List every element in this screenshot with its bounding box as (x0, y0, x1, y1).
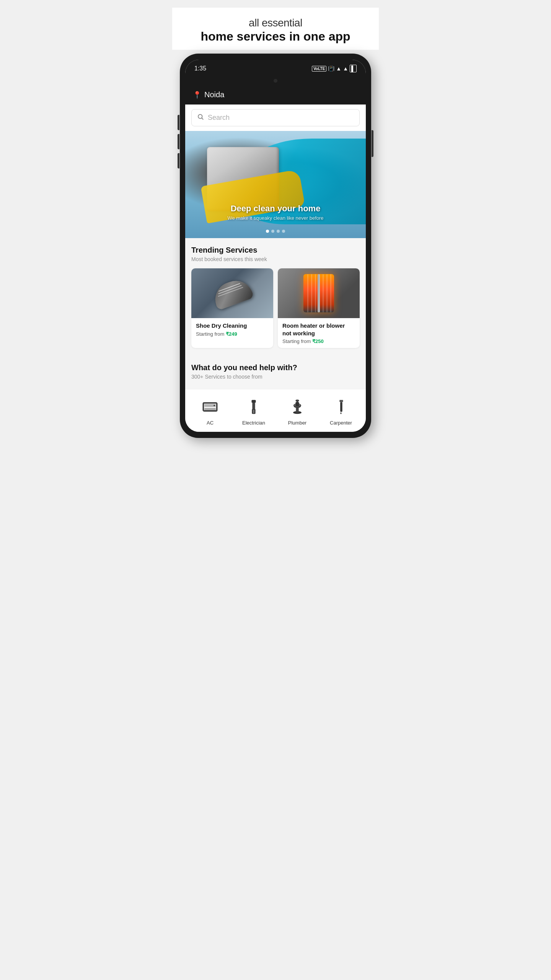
heater-price: Starting from ₹250 (282, 338, 355, 344)
battery-icon: ▌ (350, 65, 357, 72)
search-placeholder: Search (208, 114, 230, 122)
status-bar: 1:35 VoLTE 📳 ▲ ▲ ▌ (185, 60, 366, 77)
shoe-cleaning-price: Starting from ₹249 (196, 331, 269, 337)
svg-point-18 (295, 400, 299, 402)
volte-icon: VoLTE (312, 66, 326, 72)
category-carpenter[interactable]: Carpenter (319, 397, 363, 426)
shoe-price-amount: ₹249 (226, 331, 237, 337)
shoe-cleaning-info: Shoe Dry Cleaning Starting from ₹249 (191, 318, 273, 341)
electrician-label: Electrician (242, 420, 265, 426)
heater-info: Room heater or blower not working Starti… (278, 318, 360, 348)
trending-subtitle: Most booked services this week (191, 256, 360, 262)
svg-line-1 (202, 118, 203, 119)
hero-title: Deep clean your home (185, 204, 366, 214)
page-wrapper: all essential home services in one app 1… (172, 8, 379, 438)
heater-image (278, 268, 360, 318)
carpenter-icon (331, 397, 351, 417)
status-icons: VoLTE 📳 ▲ ▲ ▌ (312, 65, 357, 72)
hero-subtitle: We make it squeaky clean like never befo… (185, 215, 366, 221)
notch (251, 77, 300, 85)
shoe-price-label: Starting from (196, 331, 224, 337)
svg-rect-19 (339, 400, 343, 402)
ac-label: AC (207, 420, 214, 426)
shoe-cleaning-title: Shoe Dry Cleaning (196, 322, 269, 330)
electrician-icon (244, 397, 264, 417)
tagline-bold: home services in one app (180, 29, 371, 44)
phone-screen: 1:35 VoLTE 📳 ▲ ▲ ▌ 📍 Noida (185, 60, 366, 432)
camera-dot (274, 79, 277, 83)
hero-dots (185, 230, 366, 233)
svg-rect-11 (253, 410, 254, 413)
trending-section: Trending Services Most booked services t… (185, 238, 366, 357)
svg-rect-9 (252, 403, 255, 410)
plumber-icon (287, 397, 307, 417)
ac-icon (200, 397, 220, 417)
help-subtitle: 300+ Services to choose from (191, 374, 360, 380)
service-card-heater[interactable]: Room heater or blower not working Starti… (278, 268, 360, 348)
status-time: 1:35 (194, 65, 206, 72)
svg-marker-21 (340, 412, 342, 414)
dot-1[interactable] (266, 230, 269, 233)
service-cards-row: Shoe Dry Cleaning Starting from ₹249 (191, 268, 360, 348)
tagline-light: all essential (180, 17, 371, 29)
dot-2[interactable] (271, 230, 274, 233)
help-title: What do you need help with? (191, 363, 360, 372)
heater-glow (303, 274, 334, 312)
carpenter-label: Carpenter (330, 420, 352, 426)
svg-rect-20 (340, 402, 342, 412)
svg-rect-8 (252, 400, 256, 403)
category-plumber[interactable]: Plumber (276, 397, 319, 426)
dot-4[interactable] (282, 230, 285, 233)
wifi-icon: ▲ (336, 65, 341, 72)
svg-point-6 (214, 405, 215, 407)
app-header: 📍 Noida (185, 87, 366, 105)
hero-banner[interactable]: Deep clean your home We make it squeaky … (185, 131, 366, 238)
service-card-shoe-cleaning[interactable]: Shoe Dry Cleaning Starting from ₹249 (191, 268, 273, 348)
search-container: Search (185, 105, 366, 131)
location-pin-icon: 📍 (193, 91, 201, 99)
heater-title: Room heater or blower not working (282, 322, 355, 337)
plumber-label: Plumber (288, 420, 306, 426)
trending-title: Trending Services (191, 246, 360, 255)
help-section: What do you need help with? 300+ Service… (185, 357, 366, 389)
heater-price-label: Starting from (282, 338, 311, 344)
location-text[interactable]: Noida (204, 90, 224, 99)
category-ac[interactable]: AC (188, 397, 232, 426)
search-bar[interactable]: Search (191, 109, 360, 126)
hero-text: Deep clean your home We make it squeaky … (185, 204, 366, 221)
category-electrician[interactable]: Electrician (232, 397, 276, 426)
categories-row: AC Electrician (185, 389, 366, 432)
search-icon (197, 113, 204, 122)
hero-image: Deep clean your home We make it squeaky … (185, 131, 366, 238)
tagline-section: all essential home services in one app (172, 8, 379, 50)
shoe-cleaning-image (191, 268, 273, 318)
heater-price-amount: ₹250 (312, 338, 324, 344)
notch-area (185, 77, 366, 87)
phone-frame: 1:35 VoLTE 📳 ▲ ▲ ▌ 📍 Noida (180, 54, 371, 438)
signal-icon: ▲ (343, 65, 348, 72)
dot-3[interactable] (277, 230, 280, 233)
signal-vibrate-icon: 📳 (328, 65, 334, 72)
